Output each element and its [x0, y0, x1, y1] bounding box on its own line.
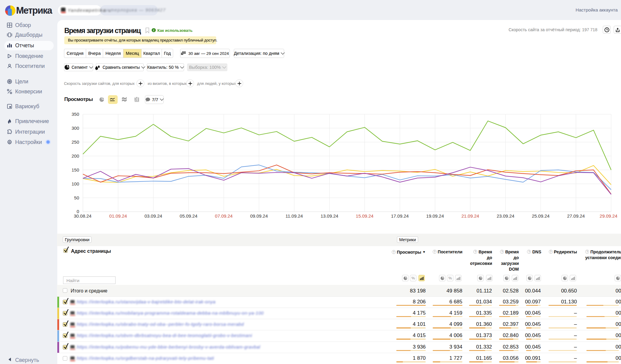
svg-text:100: 100	[72, 181, 79, 186]
svg-text:05.09.24: 05.09.24	[180, 213, 197, 219]
svg-text:03.09.24: 03.09.24	[145, 213, 162, 219]
svg-text:29.09.24: 29.09.24	[600, 213, 617, 219]
svg-text:250: 250	[72, 139, 79, 145]
svg-text:30.08.24: 30.08.24	[74, 213, 91, 219]
svg-text:01.09.24: 01.09.24	[109, 213, 127, 219]
svg-text:13.09.24: 13.09.24	[321, 213, 338, 219]
svg-text:21.09.24: 21.09.24	[462, 213, 479, 219]
svg-text:07.09.24: 07.09.24	[215, 213, 233, 219]
svg-text:23.09.24: 23.09.24	[497, 213, 514, 219]
svg-text:150: 150	[72, 167, 79, 172]
svg-text:350: 350	[72, 112, 79, 117]
svg-text:50: 50	[74, 195, 79, 200]
svg-text:17.09.24: 17.09.24	[391, 213, 409, 219]
svg-text:11.09.24: 11.09.24	[286, 213, 303, 219]
svg-text:300: 300	[72, 125, 79, 131]
svg-text:19.09.24: 19.09.24	[426, 213, 444, 219]
svg-text:200: 200	[72, 153, 79, 159]
svg-text:15.09.24: 15.09.24	[356, 213, 373, 219]
svg-text:25.09.24: 25.09.24	[532, 213, 549, 219]
svg-text:27.09.24: 27.09.24	[567, 213, 585, 219]
svg-text:09.09.24: 09.09.24	[250, 213, 268, 219]
